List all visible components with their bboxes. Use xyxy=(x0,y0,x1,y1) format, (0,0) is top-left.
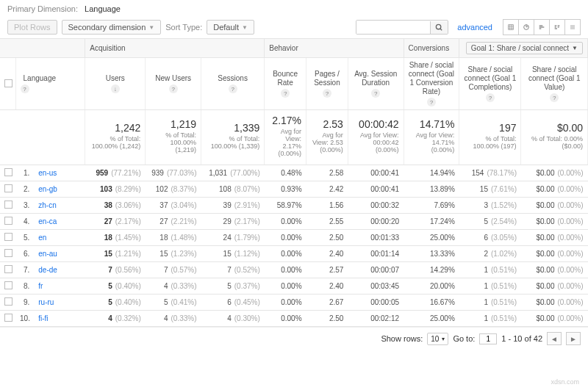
svg-rect-15 xyxy=(555,28,557,29)
view-comparison-button[interactable] xyxy=(549,19,565,35)
row-checkbox[interactable] xyxy=(4,265,12,273)
row-language-link[interactable]: fi-fi xyxy=(34,311,85,327)
help-icon[interactable]: ? xyxy=(169,84,178,93)
pie-icon xyxy=(523,23,529,32)
svg-point-0 xyxy=(437,24,441,29)
row-checkbox[interactable] xyxy=(4,233,12,241)
row-completions: 3(1.52%) xyxy=(459,198,521,214)
table-row: 2.en-gb103(8.29%)102(8.37%)108(8.07%)0.9… xyxy=(0,181,588,198)
row-checkbox[interactable] xyxy=(4,249,12,257)
row-completions: 15(7.61%) xyxy=(459,181,521,198)
svg-rect-12 xyxy=(558,25,560,26)
row-checkbox[interactable] xyxy=(4,184,12,192)
row-checkbox[interactable] xyxy=(4,201,12,209)
row-checkbox[interactable] xyxy=(4,281,12,289)
table-row: 5.en18(1.45%)18(1.48%)24(1.79%)0.00%2.50… xyxy=(0,230,588,246)
col-conv-rate[interactable]: Share / social connect (Goal 1 Conversio… xyxy=(409,61,455,96)
row-language-link[interactable]: en-au xyxy=(34,246,85,262)
search-input[interactable] xyxy=(356,21,430,34)
row-checkbox[interactable] xyxy=(4,297,12,306)
help-icon[interactable]: ? xyxy=(550,93,559,102)
row-conv-rate: 16.67% xyxy=(404,295,459,311)
search-box xyxy=(356,20,448,35)
row-language-link[interactable]: en-ca xyxy=(34,214,85,230)
help-icon[interactable]: ? xyxy=(281,89,290,98)
help-icon[interactable]: ? xyxy=(486,93,495,102)
summary-row: 1,242% of Total: 100.00% (1,242) 1,219% … xyxy=(0,110,588,165)
secondary-dimension-select[interactable]: Secondary dimension▼ xyxy=(62,20,162,35)
rows-per-page-select[interactable]: 10 ▾ xyxy=(427,333,448,345)
col-new-users[interactable]: New Users xyxy=(150,74,196,83)
row-conv-rate: 25.00% xyxy=(404,230,459,246)
row-bounce: 0.00% xyxy=(265,278,306,295)
advanced-link[interactable]: advanced xyxy=(457,23,492,32)
row-sessions: 39(2.91%) xyxy=(201,198,265,214)
plot-rows-button: Plot Rows xyxy=(7,20,57,35)
row-bounce: 0.00% xyxy=(265,262,306,278)
primary-dimension-value[interactable]: Language xyxy=(85,4,121,13)
row-value: $0.00(0.00%) xyxy=(521,311,588,327)
pivot-icon xyxy=(570,23,576,32)
row-checkbox[interactable] xyxy=(4,168,12,176)
row-users: 18(1.45%) xyxy=(85,230,146,246)
col-sessions[interactable]: Sessions xyxy=(206,74,259,83)
row-language-link[interactable]: fr xyxy=(34,278,85,295)
row-new-users: 18(1.48%) xyxy=(146,230,201,246)
row-language-link[interactable]: zh-cn xyxy=(34,198,85,214)
row-checkbox[interactable] xyxy=(4,217,12,225)
row-language-link[interactable]: en xyxy=(34,230,85,246)
svg-point-23 xyxy=(572,28,573,29)
help-icon[interactable]: ? xyxy=(229,84,237,93)
col-users[interactable]: Users xyxy=(90,74,140,83)
help-icon[interactable]: ? xyxy=(371,89,380,98)
help-icon[interactable]: ? xyxy=(427,98,436,106)
col-completions[interactable]: Share / social connect (Goal 1 Completio… xyxy=(464,65,516,92)
svg-line-1 xyxy=(440,28,442,29)
col-duration[interactable]: Avg. Session Duration xyxy=(353,70,399,87)
toolbar: Plot Rows Secondary dimension▼ Sort Type… xyxy=(0,16,588,39)
summary-users-sub: % of Total: 100.00% (1,242) xyxy=(92,135,141,150)
row-sessions: 108(8.07%) xyxy=(201,181,265,198)
row-completions: 5(2.54%) xyxy=(459,214,521,230)
help-icon[interactable]: ? xyxy=(21,84,29,93)
svg-point-21 xyxy=(573,26,574,27)
table-row: 9.ru-ru5(0.40%)5(0.41%)6(0.45%)0.00%2.67… xyxy=(0,295,588,311)
primary-dimension-label: Primary Dimension: xyxy=(7,4,78,13)
row-language-link[interactable]: de-de xyxy=(34,262,85,278)
col-bounce[interactable]: Bounce Rate xyxy=(269,70,301,87)
row-duration: 00:03:45 xyxy=(348,278,404,295)
help-icon[interactable]: ? xyxy=(323,89,331,98)
prev-page-button[interactable]: ◄ xyxy=(547,332,562,345)
col-pages[interactable]: Pages / Session xyxy=(311,70,343,87)
row-sessions: 6(0.45%) xyxy=(201,295,265,311)
summary-bounce: 2.17% xyxy=(269,115,301,126)
primary-dimension-bar: Primary Dimension: Language xyxy=(0,0,588,16)
row-new-users: 27(2.21%) xyxy=(146,214,201,230)
view-percentage-button[interactable] xyxy=(518,19,534,35)
view-pivot-button[interactable] xyxy=(564,19,581,35)
row-language-link[interactable]: en-us xyxy=(34,165,85,181)
sort-down-icon[interactable]: ↓ xyxy=(111,84,120,93)
row-checkbox[interactable] xyxy=(4,314,12,322)
col-value[interactable]: Share / social connect (Goal 1 Value) xyxy=(526,65,583,92)
goal-selector[interactable]: Goal 1: Share / social connect ▼ xyxy=(466,42,583,54)
summary-bounce-sub: Avg for View: 2.17% (0.00%) xyxy=(279,128,302,157)
row-language-link[interactable]: ru-ru xyxy=(34,295,85,311)
row-bounce: 0.00% xyxy=(265,311,306,327)
svg-rect-13 xyxy=(555,26,556,27)
summary-pages-sub: Avg for View: 2.53 (0.00%) xyxy=(312,131,343,154)
summary-completions: 197 xyxy=(464,122,516,134)
search-button[interactable] xyxy=(430,21,448,34)
view-table-button[interactable] xyxy=(503,19,519,35)
view-performance-button[interactable] xyxy=(534,19,550,35)
row-duration: 00:00:07 xyxy=(348,262,404,278)
row-value: $0.00(0.00%) xyxy=(521,214,588,230)
row-language-link[interactable]: en-gb xyxy=(34,181,85,198)
row-new-users: 4(0.33%) xyxy=(146,278,201,295)
next-page-button[interactable]: ► xyxy=(566,332,581,345)
goto-input[interactable] xyxy=(479,333,497,344)
select-all-checkbox[interactable] xyxy=(4,79,12,87)
row-conv-rate: 25.00% xyxy=(404,311,459,327)
sort-type-select[interactable]: Default▼ xyxy=(207,20,254,35)
col-language[interactable]: Language xyxy=(21,74,81,83)
